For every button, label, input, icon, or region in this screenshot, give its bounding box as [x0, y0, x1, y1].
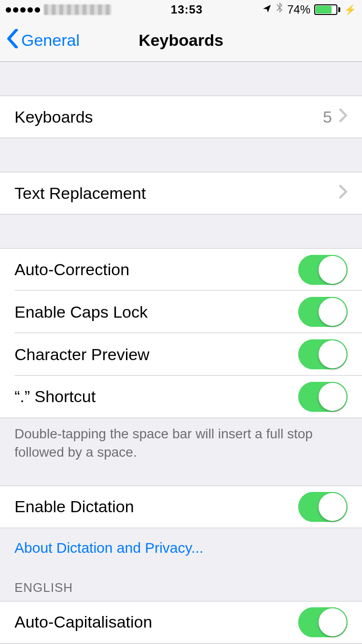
row-label: Keyboards — [14, 108, 323, 126]
chevron-left-icon — [7, 29, 18, 52]
row-caps-lock: Enable Caps Lock — [0, 291, 362, 333]
nav-bar: General Keyboards — [0, 19, 362, 62]
row-character-preview: Character Preview — [0, 333, 362, 376]
row-label: Character Preview — [14, 345, 298, 364]
row-text-replacement[interactable]: Text Replacement — [0, 172, 362, 214]
back-label: General — [21, 31, 80, 50]
status-bar: 13:53 74% ⚡ — [0, 0, 362, 19]
toggle-group: Auto-Correction Enable Caps Lock Charact… — [0, 248, 362, 418]
toggle-auto-correction[interactable] — [298, 255, 348, 285]
row-label: Auto-Correction — [14, 260, 298, 279]
battery-icon — [314, 4, 340, 15]
row-label: “.” Shortcut — [14, 387, 298, 406]
bluetooth-icon — [276, 2, 283, 17]
charging-icon: ⚡ — [344, 4, 356, 15]
row-dictation: Enable Dictation — [0, 486, 362, 528]
section-header-english: ENGLISH — [0, 561, 362, 601]
toggle-dot-shortcut[interactable] — [298, 382, 348, 412]
toggle-caps-lock[interactable] — [298, 297, 348, 327]
signal-strength-icon — [6, 7, 40, 13]
shortcut-footer: Double-tapping the space bar will insert… — [0, 418, 362, 471]
status-time: 13:53 — [171, 3, 203, 16]
row-value: 5 — [323, 108, 332, 126]
battery-percent: 74% — [287, 3, 310, 16]
chevron-right-icon — [339, 184, 348, 203]
row-label: Text Replacement — [14, 184, 339, 203]
back-button[interactable]: General — [0, 29, 80, 52]
row-auto-correction: Auto-Correction — [0, 248, 362, 291]
row-label: Enable Caps Lock — [14, 303, 298, 322]
status-left — [6, 4, 111, 15]
row-auto-capitalisation: Auto-Capitalisation — [0, 601, 362, 644]
row-keyboards[interactable]: Keyboards 5 — [0, 96, 362, 138]
location-arrow-icon — [262, 3, 272, 16]
toggle-auto-capitalisation[interactable] — [298, 607, 348, 637]
carrier-label — [44, 4, 111, 15]
row-label: Auto-Capitalisation — [14, 613, 298, 631]
row-label: Enable Dictation — [14, 497, 298, 516]
toggle-character-preview[interactable] — [298, 339, 348, 369]
dictation-privacy-link[interactable]: About Dictation and Privacy... — [0, 528, 362, 561]
toggle-dictation[interactable] — [298, 492, 348, 522]
chevron-right-icon — [339, 108, 348, 126]
status-right: 74% ⚡ — [262, 2, 356, 17]
row-dot-shortcut: “.” Shortcut — [0, 376, 362, 418]
